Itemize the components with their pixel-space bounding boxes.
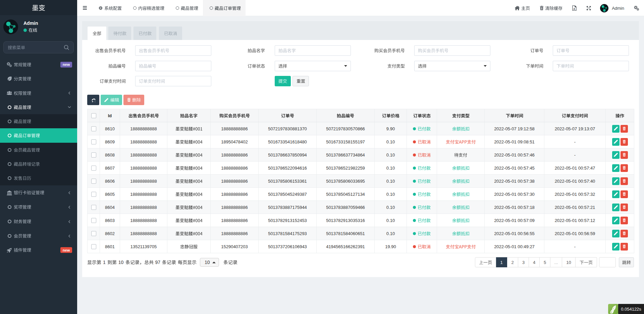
svg-text:A: A	[573, 7, 575, 10]
